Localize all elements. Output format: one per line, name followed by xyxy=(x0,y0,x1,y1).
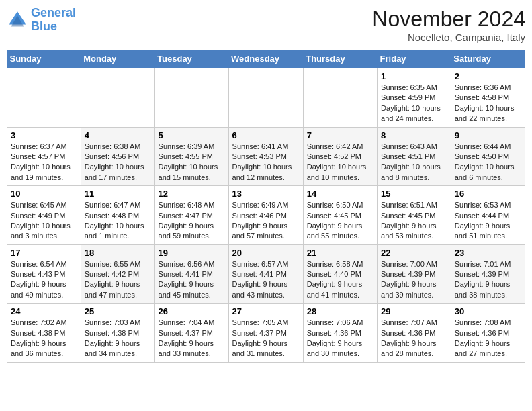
weekday-header: Monday xyxy=(81,50,154,68)
day-number: 28 xyxy=(307,306,373,316)
day-number: 19 xyxy=(159,248,225,258)
calendar-cell: 18Sunrise: 6:55 AM Sunset: 4:42 PM Dayli… xyxy=(81,244,154,304)
calendar-week-row: 24Sunrise: 7:02 AM Sunset: 4:38 PM Dayli… xyxy=(7,304,525,363)
calendar-cell: 9Sunrise: 6:44 AM Sunset: 4:50 PM Daylig… xyxy=(451,127,525,186)
day-info: Sunrise: 7:00 AM Sunset: 4:39 PM Dayligh… xyxy=(381,259,447,301)
day-number: 10 xyxy=(11,189,77,199)
day-info: Sunrise: 6:55 AM Sunset: 4:42 PM Dayligh… xyxy=(85,259,151,301)
day-number: 26 xyxy=(159,306,225,316)
calendar-cell: 6Sunrise: 6:41 AM Sunset: 4:53 PM Daylig… xyxy=(228,127,303,186)
day-info: Sunrise: 6:37 AM Sunset: 4:57 PM Dayligh… xyxy=(11,142,77,183)
calendar-cell: 22Sunrise: 7:00 AM Sunset: 4:39 PM Dayli… xyxy=(378,244,451,304)
day-number: 25 xyxy=(85,306,151,316)
month-title: November 2024 xyxy=(372,7,525,32)
day-number: 22 xyxy=(381,248,447,258)
logo: General Blue xyxy=(7,7,76,34)
weekday-header: Friday xyxy=(378,50,451,68)
day-number: 9 xyxy=(455,130,521,140)
weekday-header: Saturday xyxy=(451,50,525,68)
title-block: November 2024 Nocelleto, Campania, Italy xyxy=(372,7,525,43)
calendar-cell: 29Sunrise: 7:07 AM Sunset: 4:36 PM Dayli… xyxy=(378,304,451,363)
calendar-cell: 15Sunrise: 6:51 AM Sunset: 4:45 PM Dayli… xyxy=(378,186,451,245)
day-info: Sunrise: 6:48 AM Sunset: 4:47 PM Dayligh… xyxy=(159,200,225,242)
calendar-cell: 3Sunrise: 6:37 AM Sunset: 4:57 PM Daylig… xyxy=(7,127,81,186)
day-number: 2 xyxy=(455,71,521,81)
logo-icon xyxy=(7,9,28,31)
day-number: 16 xyxy=(455,189,521,199)
calendar-cell xyxy=(228,68,303,128)
calendar-cell: 28Sunrise: 7:06 AM Sunset: 4:36 PM Dayli… xyxy=(303,304,377,363)
day-number: 7 xyxy=(307,130,373,140)
location: Nocelleto, Campania, Italy xyxy=(372,32,525,43)
calendar-cell: 14Sunrise: 6:50 AM Sunset: 4:45 PM Dayli… xyxy=(303,186,377,245)
day-number: 23 xyxy=(455,248,521,258)
calendar-cell: 17Sunrise: 6:54 AM Sunset: 4:43 PM Dayli… xyxy=(7,244,81,304)
calendar-week-row: 3Sunrise: 6:37 AM Sunset: 4:57 PM Daylig… xyxy=(7,127,525,186)
day-number: 14 xyxy=(307,189,373,199)
calendar-cell: 24Sunrise: 7:02 AM Sunset: 4:38 PM Dayli… xyxy=(7,304,81,363)
day-info: Sunrise: 6:51 AM Sunset: 4:45 PM Dayligh… xyxy=(381,200,447,242)
day-info: Sunrise: 6:35 AM Sunset: 4:59 PM Dayligh… xyxy=(381,83,447,124)
calendar-cell xyxy=(303,68,377,128)
day-info: Sunrise: 7:03 AM Sunset: 4:38 PM Dayligh… xyxy=(85,318,151,359)
calendar-cell: 19Sunrise: 6:56 AM Sunset: 4:41 PM Dayli… xyxy=(154,244,228,304)
calendar-cell: 10Sunrise: 6:45 AM Sunset: 4:49 PM Dayli… xyxy=(7,186,81,245)
calendar-cell: 4Sunrise: 6:38 AM Sunset: 4:56 PM Daylig… xyxy=(81,127,154,186)
calendar-cell: 5Sunrise: 6:39 AM Sunset: 4:55 PM Daylig… xyxy=(154,127,228,186)
calendar-cell xyxy=(81,68,154,128)
day-number: 20 xyxy=(232,248,300,258)
day-info: Sunrise: 6:47 AM Sunset: 4:48 PM Dayligh… xyxy=(85,200,151,242)
day-number: 13 xyxy=(232,189,300,199)
calendar-table: SundayMondayTuesdayWednesdayThursdayFrid… xyxy=(7,50,525,363)
calendar-cell: 1Sunrise: 6:35 AM Sunset: 4:59 PM Daylig… xyxy=(378,68,451,128)
day-info: Sunrise: 7:05 AM Sunset: 4:37 PM Dayligh… xyxy=(232,318,300,359)
calendar-cell xyxy=(7,68,81,128)
day-number: 18 xyxy=(85,248,151,258)
calendar-cell xyxy=(154,68,228,128)
calendar-cell: 21Sunrise: 6:58 AM Sunset: 4:40 PM Dayli… xyxy=(303,244,377,304)
day-number: 3 xyxy=(11,130,77,140)
day-info: Sunrise: 7:02 AM Sunset: 4:38 PM Dayligh… xyxy=(11,318,77,359)
calendar-cell: 23Sunrise: 7:01 AM Sunset: 4:39 PM Dayli… xyxy=(451,244,525,304)
logo-text: General Blue xyxy=(31,7,76,34)
calendar-week-row: 17Sunrise: 6:54 AM Sunset: 4:43 PM Dayli… xyxy=(7,244,525,304)
day-info: Sunrise: 7:08 AM Sunset: 4:36 PM Dayligh… xyxy=(455,318,521,359)
calendar-cell: 11Sunrise: 6:47 AM Sunset: 4:48 PM Dayli… xyxy=(81,186,154,245)
weekday-header: Tuesday xyxy=(154,50,228,68)
day-number: 1 xyxy=(381,71,447,81)
calendar-cell: 30Sunrise: 7:08 AM Sunset: 4:36 PM Dayli… xyxy=(451,304,525,363)
day-number: 8 xyxy=(381,130,447,140)
day-info: Sunrise: 6:42 AM Sunset: 4:52 PM Dayligh… xyxy=(307,142,373,183)
calendar-cell: 2Sunrise: 6:36 AM Sunset: 4:58 PM Daylig… xyxy=(451,68,525,128)
day-info: Sunrise: 6:58 AM Sunset: 4:40 PM Dayligh… xyxy=(307,259,373,301)
calendar-cell: 26Sunrise: 7:04 AM Sunset: 4:37 PM Dayli… xyxy=(154,304,228,363)
day-number: 29 xyxy=(381,306,447,316)
day-number: 15 xyxy=(381,189,447,199)
weekday-header: Wednesday xyxy=(228,50,303,68)
day-number: 4 xyxy=(85,130,151,140)
calendar-cell: 16Sunrise: 6:53 AM Sunset: 4:44 PM Dayli… xyxy=(451,186,525,245)
calendar-cell: 12Sunrise: 6:48 AM Sunset: 4:47 PM Dayli… xyxy=(154,186,228,245)
weekday-header: Thursday xyxy=(303,50,377,68)
calendar-cell: 13Sunrise: 6:49 AM Sunset: 4:46 PM Dayli… xyxy=(228,186,303,245)
day-info: Sunrise: 6:50 AM Sunset: 4:45 PM Dayligh… xyxy=(307,200,373,242)
day-info: Sunrise: 7:06 AM Sunset: 4:36 PM Dayligh… xyxy=(307,318,373,359)
day-number: 17 xyxy=(11,248,77,258)
day-info: Sunrise: 7:01 AM Sunset: 4:39 PM Dayligh… xyxy=(455,259,521,301)
day-info: Sunrise: 6:54 AM Sunset: 4:43 PM Dayligh… xyxy=(11,259,77,301)
day-info: Sunrise: 6:38 AM Sunset: 4:56 PM Dayligh… xyxy=(85,142,151,183)
day-info: Sunrise: 6:57 AM Sunset: 4:41 PM Dayligh… xyxy=(232,259,300,301)
day-number: 12 xyxy=(159,189,225,199)
day-info: Sunrise: 6:53 AM Sunset: 4:44 PM Dayligh… xyxy=(455,200,521,242)
day-info: Sunrise: 6:49 AM Sunset: 4:46 PM Dayligh… xyxy=(232,200,300,242)
calendar-cell: 27Sunrise: 7:05 AM Sunset: 4:37 PM Dayli… xyxy=(228,304,303,363)
day-info: Sunrise: 6:39 AM Sunset: 4:55 PM Dayligh… xyxy=(159,142,225,183)
day-info: Sunrise: 7:04 AM Sunset: 4:37 PM Dayligh… xyxy=(159,318,225,359)
weekday-header-row: SundayMondayTuesdayWednesdayThursdayFrid… xyxy=(7,50,525,68)
day-info: Sunrise: 6:36 AM Sunset: 4:58 PM Dayligh… xyxy=(455,83,521,124)
weekday-header: Sunday xyxy=(7,50,81,68)
day-number: 5 xyxy=(159,130,225,140)
page-header: General Blue November 2024 Nocelleto, Ca… xyxy=(7,7,525,43)
day-number: 24 xyxy=(11,306,77,316)
calendar-week-row: 10Sunrise: 6:45 AM Sunset: 4:49 PM Dayli… xyxy=(7,186,525,245)
